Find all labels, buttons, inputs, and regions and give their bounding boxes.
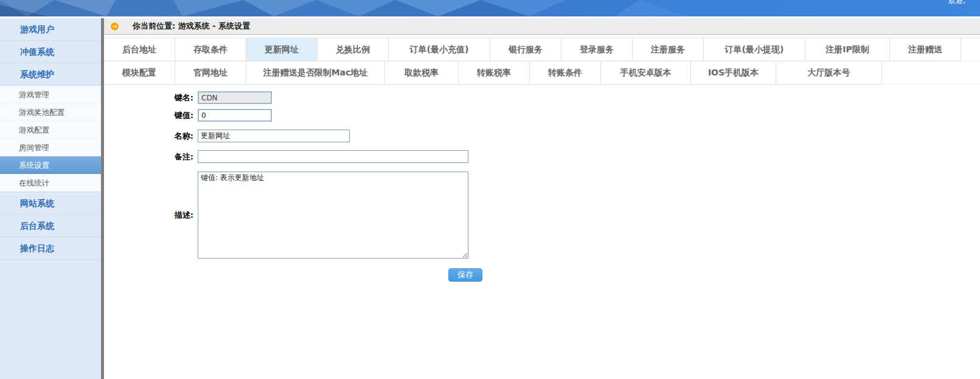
description-textarea[interactable]: 键值: 表示更新地址: [198, 172, 468, 259]
tab-row-2: 模块配置 官网地址 注册赠送是否限制Mac地址 取款税率 转账税率 转账条件 手…: [104, 61, 980, 85]
key-value-label: 键值:: [104, 110, 193, 121]
breadcrumb-text: 你当前位置: 游戏系统 - 系统设置: [133, 21, 250, 32]
system-maintenance-submenu: 游戏管理 游戏奖池配置 游戏配置 房间管理 系统设置 在线统计: [0, 86, 101, 192]
description-row: 描述: 键值: 表示更新地址: [104, 172, 980, 259]
tab-row1-filler: [961, 38, 980, 61]
tab-login-service[interactable]: 登录服务: [561, 38, 633, 61]
top-header: 欢迎,: [0, 0, 980, 16]
remark-label: 备注:: [104, 151, 193, 162]
sidebar-item-system-maintenance[interactable]: 系统维护: [0, 63, 101, 86]
arrow-circle-icon: →: [111, 23, 119, 30]
sidebar-item-backend-system[interactable]: 后台系统: [0, 215, 101, 237]
tab-exchange-ratio[interactable]: 兑换比例: [318, 38, 389, 61]
remark-field[interactable]: [198, 150, 468, 163]
sidebar-subitem-game-config[interactable]: 游戏配置: [0, 121, 101, 139]
description-label: 描述:: [104, 210, 193, 221]
tab-row-1: 后台地址 存取条件 更新网址 兑换比例 订单(最小充值) 银行服务 登录服务 注…: [104, 38, 980, 61]
name-row: 名称:: [104, 130, 980, 142]
save-button[interactable]: 保存: [448, 268, 482, 282]
tab-update-url[interactable]: 更新网址: [246, 38, 318, 61]
sidebar-item-website-system[interactable]: 网站系统: [0, 192, 101, 215]
key-name-field: [198, 91, 272, 104]
settings-tabs: 后台地址 存取条件 更新网址 兑换比例 订单(最小充值) 银行服务 登录服务 注…: [104, 38, 980, 85]
tab-order-min-recharge[interactable]: 订单(最小充值): [389, 38, 490, 61]
sidebar-item-recharge-system[interactable]: 冲值系统: [0, 41, 101, 63]
tab-ios-version[interactable]: IOS手机版本: [691, 61, 776, 85]
tab-module-config[interactable]: 模块配置: [104, 61, 175, 85]
breadcrumb: → 你当前位置: 游戏系统 - 系统设置: [104, 18, 980, 35]
tab-backend-address[interactable]: 后台地址: [104, 38, 175, 61]
save-row: 保存: [104, 268, 980, 282]
key-value-field[interactable]: [198, 109, 272, 122]
tab-transfer-condition[interactable]: 转账条件: [530, 61, 601, 85]
tab-withdraw-tax-rate[interactable]: 取款税率: [385, 61, 459, 85]
tab-bank-service[interactable]: 银行服务: [490, 38, 561, 61]
name-field[interactable]: [198, 130, 350, 142]
sidebar-item-game-user[interactable]: 游戏用户: [0, 18, 101, 41]
tab-transfer-tax-rate[interactable]: 转账税率: [459, 61, 530, 85]
tab-register-gift-mac-limit[interactable]: 注册赠送是否限制Mac地址: [246, 61, 385, 85]
tab-android-version[interactable]: 手机安卓版本: [601, 61, 691, 85]
main-content: → 你当前位置: 游戏系统 - 系统设置 后台地址 存取条件 更新网址 兑换比例…: [104, 18, 980, 379]
sidebar-subitem-system-settings[interactable]: 系统设置: [0, 156, 101, 174]
tab-lobby-version[interactable]: 大厅版本号: [776, 61, 882, 85]
tab-register-ip-limit[interactable]: 注册IP限制: [805, 38, 890, 61]
tab-register-gift[interactable]: 注册赠送: [890, 38, 961, 61]
tab-deposit-withdraw-condition[interactable]: 存取条件: [175, 38, 246, 61]
name-label: 名称:: [104, 131, 193, 142]
remark-row: 备注:: [104, 150, 980, 163]
tab-row2-filler: [882, 61, 980, 85]
key-value-row: 键值:: [104, 109, 980, 122]
sidebar-item-operation-log[interactable]: 操作日志: [0, 237, 101, 260]
sidebar-subitem-game-jackpot-config[interactable]: 游戏奖池配置: [0, 103, 101, 121]
welcome-text: 欢迎,: [948, 0, 965, 6]
tab-official-site-address[interactable]: 官网地址: [175, 61, 246, 85]
sidebar: 游戏用户 冲值系统 系统维护 游戏管理 游戏奖池配置 游戏配置 房间管理 系统设…: [0, 18, 101, 379]
tab-register-service[interactable]: 注册服务: [633, 38, 704, 61]
sidebar-subitem-room-management[interactable]: 房间管理: [0, 139, 101, 156]
header-pattern: [0, 0, 980, 16]
settings-form: 键名: 键值: 名称: 备注: 描述: 键值: 表示更新地址 保存: [104, 91, 980, 282]
sidebar-subitem-game-management[interactable]: 游戏管理: [0, 86, 101, 103]
key-name-row: 键名:: [104, 91, 980, 104]
tab-order-min-withdraw[interactable]: 订单(最小提现): [704, 38, 805, 61]
sidebar-subitem-online-statistics[interactable]: 在线统计: [0, 174, 101, 192]
key-name-label: 键名:: [104, 92, 193, 103]
